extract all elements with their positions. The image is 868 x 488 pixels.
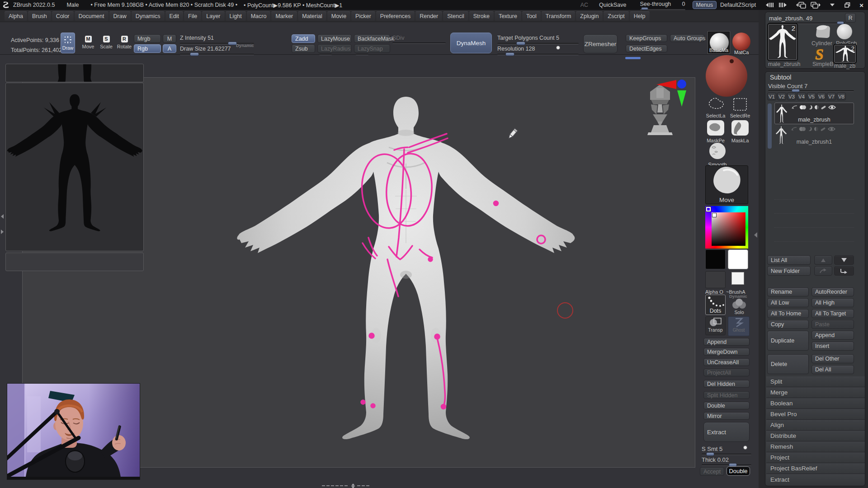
a-button[interactable]: A bbox=[163, 44, 176, 53]
all-high-button[interactable]: All High bbox=[811, 298, 854, 307]
sculpt-model-male-figure[interactable] bbox=[235, 94, 579, 451]
alpha-off-slot[interactable] bbox=[705, 271, 726, 288]
rename-button[interactable]: Rename bbox=[767, 287, 809, 296]
eye-icon[interactable] bbox=[828, 127, 835, 131]
menu-item[interactable]: Zscript bbox=[604, 11, 629, 21]
append-button[interactable]: Append bbox=[811, 331, 854, 340]
menus-button[interactable]: Menus bbox=[693, 1, 717, 9]
visibility-tab[interactable]: V1 bbox=[767, 93, 776, 100]
menu-item[interactable]: Brush bbox=[28, 11, 51, 21]
next-window-icon[interactable] bbox=[809, 2, 821, 9]
menu-item[interactable]: Help bbox=[630, 11, 650, 21]
scale-tool-button[interactable]: S Scale bbox=[99, 34, 114, 49]
tool-thumb-main[interactable]: 2 bbox=[768, 24, 797, 60]
tray-collapse-arrow-icon[interactable] bbox=[1, 214, 4, 219]
section-header[interactable]: Bevel Pro bbox=[766, 409, 865, 420]
thick-slider[interactable]: Thick 0.02 bbox=[702, 455, 752, 466]
timeline-scrub-marks[interactable] bbox=[322, 483, 394, 488]
subtool-list-scrollbar[interactable] bbox=[768, 103, 772, 149]
draw-tool-button[interactable]: Draw bbox=[61, 33, 75, 53]
flip-icon[interactable] bbox=[791, 127, 797, 131]
menu-item[interactable]: Draw bbox=[109, 11, 131, 21]
menu-item[interactable]: Light bbox=[226, 11, 246, 21]
menu-item[interactable]: Tool bbox=[522, 11, 541, 21]
menu-item[interactable]: Stroke bbox=[469, 11, 494, 21]
smooth-brush[interactable]: Smooth bbox=[705, 142, 730, 165]
tray-thumbnail-silhouette[interactable] bbox=[5, 83, 144, 251]
tray-thumbnail-empty[interactable] bbox=[5, 253, 144, 271]
mrgb-button[interactable]: Mrgb bbox=[134, 34, 161, 43]
lazysnap-slider[interactable]: LazySnap bbox=[354, 44, 390, 53]
section-header[interactable]: Boolean bbox=[766, 398, 865, 409]
menu-item[interactable]: Edit bbox=[165, 11, 184, 21]
visibility-tab[interactable]: V5 bbox=[807, 93, 816, 100]
tool-thumb-cylinder[interactable] bbox=[813, 24, 834, 40]
section-header[interactable]: Distribute bbox=[766, 431, 865, 441]
hue-selector[interactable] bbox=[706, 207, 711, 211]
shade-icon[interactable] bbox=[808, 127, 812, 131]
section-header[interactable]: Extract bbox=[766, 474, 865, 485]
brush-visibility-icon[interactable] bbox=[821, 127, 826, 131]
move-into-button[interactable] bbox=[834, 266, 854, 276]
move-tool-button[interactable]: M Move bbox=[80, 34, 96, 49]
zadd-button[interactable]: Zadd bbox=[292, 34, 315, 43]
del-other-button[interactable]: Del Other bbox=[811, 354, 854, 363]
color-sv-square[interactable] bbox=[712, 212, 745, 246]
section-header[interactable]: Remesh bbox=[766, 441, 865, 452]
resolution-slider[interactable]: Resolution 128 bbox=[497, 44, 580, 55]
menu-item[interactable]: Dynamics bbox=[132, 11, 165, 21]
menu-item[interactable]: Render bbox=[415, 11, 442, 21]
close-icon[interactable]: × bbox=[859, 1, 863, 9]
resolution-dot-toggle[interactable] bbox=[556, 46, 560, 50]
visibility-tab[interactable]: V8 bbox=[837, 93, 846, 100]
color-picker[interactable] bbox=[705, 206, 748, 249]
tray-expand-arrow-icon[interactable] bbox=[1, 230, 4, 234]
menu-item[interactable]: Preferences bbox=[376, 11, 415, 21]
menu-item[interactable]: Alpha bbox=[5, 11, 27, 21]
section-header[interactable]: Align bbox=[766, 420, 865, 431]
transp-toggle[interactable]: Transp bbox=[705, 316, 726, 335]
mask-lasso-brush[interactable]: MaskLa bbox=[729, 119, 751, 142]
rotate-tool-button[interactable]: R Rotate bbox=[116, 34, 133, 49]
shelf-mergedown-button[interactable]: MergeDown bbox=[703, 348, 750, 356]
select-rect-brush[interactable]: SelectRe bbox=[729, 97, 751, 118]
shelf-extract-button[interactable]: Extract bbox=[703, 422, 750, 442]
visibility-tab[interactable]: V7 bbox=[827, 93, 836, 100]
move-to-folder-button[interactable] bbox=[814, 266, 832, 276]
m-button[interactable]: M bbox=[163, 34, 176, 43]
solo-toggle[interactable]: Solo bbox=[729, 298, 750, 315]
dynamesh-button[interactable]: DynaMesh bbox=[450, 33, 492, 53]
insert-button[interactable]: Insert bbox=[811, 342, 854, 351]
matcap-swatch[interactable]: MatCa bbox=[732, 33, 751, 54]
mask-pen-brush[interactable]: MaskPe bbox=[704, 119, 727, 142]
autoreorder-button[interactable]: AutoReorder bbox=[811, 287, 854, 296]
flip-icon[interactable] bbox=[791, 105, 797, 109]
zsub-button[interactable]: Zsub bbox=[292, 44, 315, 53]
eye-icon[interactable] bbox=[828, 105, 836, 110]
new-folder-button[interactable]: New Folder bbox=[767, 266, 811, 276]
visibility-tab[interactable]: V4 bbox=[797, 93, 806, 100]
move-down-button[interactable] bbox=[834, 255, 854, 265]
copy-button[interactable]: Copy bbox=[767, 320, 809, 329]
delete-button[interactable]: Delete bbox=[767, 354, 809, 374]
brush-visibility-icon[interactable] bbox=[821, 105, 826, 109]
menu-item[interactable]: Document bbox=[75, 11, 108, 21]
select-lasso-brush[interactable]: SelectLa bbox=[704, 97, 727, 118]
section-header[interactable]: Project bbox=[766, 452, 865, 463]
section-header[interactable]: Split bbox=[766, 376, 865, 387]
menu-item[interactable]: Stencil bbox=[443, 11, 468, 21]
menu-item[interactable]: Macro bbox=[247, 11, 271, 21]
menu-item[interactable]: Transform bbox=[542, 11, 576, 21]
visible-count-slider[interactable]: Visible Count 7 bbox=[768, 82, 857, 92]
dynamic-draw-size-label[interactable]: Dynamic bbox=[236, 43, 254, 48]
default-zscript-button[interactable]: DefaultZScript bbox=[720, 2, 756, 8]
section-header[interactable]: Merge bbox=[766, 387, 865, 398]
rgb-button[interactable]: Rgb bbox=[134, 44, 161, 53]
duplicate-button[interactable]: Duplicate bbox=[767, 331, 809, 351]
shelf-double-button[interactable]: Double bbox=[703, 402, 750, 409]
primary-color-swatch[interactable] bbox=[728, 249, 748, 269]
contrast-icon[interactable] bbox=[814, 127, 818, 131]
visibility-tab[interactable]: V2 bbox=[777, 93, 786, 100]
contrast-icon[interactable] bbox=[815, 105, 819, 109]
menu-item[interactable]: Picker bbox=[351, 11, 375, 21]
